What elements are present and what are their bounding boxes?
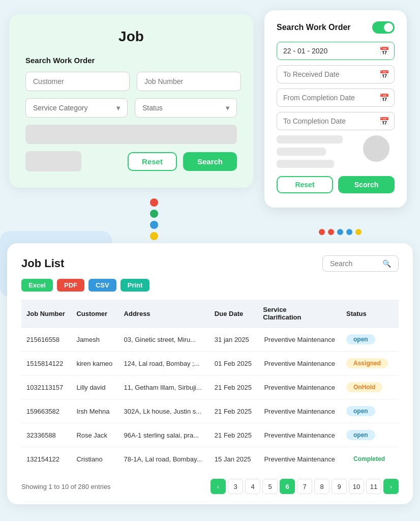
from-date-input[interactable] [277,42,395,60]
page-5-button[interactable]: 5 [262,479,278,494]
job-table-header-row: Job Number Customer Address Due Date Ser… [21,300,399,328]
cell-service: Preventive Maintenance [258,352,341,375]
customer-jobnumber-row [25,72,237,91]
table-row: 1515814122 kiren kameo 124, Lal road, Bo… [21,352,399,375]
status-badge: open [346,430,375,440]
dot-yellow [150,232,158,240]
work-order-toggle[interactable] [372,21,395,34]
page-3-button[interactable]: 3 [228,479,243,494]
pagination-row: Showing 1 to 10 of 280 entries ‹ 3 4 5 6… [21,479,399,494]
from-completion-calendar-icon[interactable]: 📅 [379,93,389,103]
dot-right-blue2 [346,229,352,235]
table-row: 159663582 Irsh Mehna 302A, Lk house, Jus… [21,399,399,423]
to-completion-date-input[interactable] [277,112,395,130]
search-work-order-label: Search Work Order [25,56,237,65]
service-category-wrapper: Service Category ▼ [25,98,128,118]
job-card-btn-row: Reset Search [25,151,237,171]
col-status: Status [341,300,399,328]
cell-due-date: 21 Feb 2025 [209,399,258,423]
service-category-select[interactable]: Service Category [25,98,128,118]
customer-input[interactable] [25,72,130,91]
gray-bar-2 [277,148,326,156]
dot-green [150,210,158,218]
dots-right [319,229,362,235]
cell-address: 11, Getham Illam, Sirbuji... [119,375,209,399]
work-order-search-button[interactable]: Scorch [338,176,395,193]
cell-service: Preventive Maintenance [258,375,341,399]
export-buttons-row: Excel PDF CSV Print [21,279,399,292]
to-received-date-row: 📅 [277,65,395,83]
table-row: 32336588 Rose Jack 96A-1 sterling salai,… [21,423,399,447]
cell-customer: kiren kameo [71,352,118,375]
job-table-head: Job Number Customer Address Due Date Ser… [21,300,399,328]
to-received-date-input[interactable] [277,65,395,83]
dot-blue [150,221,158,229]
cell-address: 96A-1 sterling salai, pra... [119,423,209,447]
page-6-button[interactable]: 6 [280,479,295,494]
job-reset-button[interactable]: Reset [128,152,177,171]
cell-status: open [341,399,399,423]
status-badge: Assigned [346,358,388,368]
dot-right-yellow [355,229,362,235]
to-received-calendar-icon[interactable]: 📅 [379,70,389,79]
cell-address: 302A, Lk house, Justin s... [119,399,209,423]
from-date-row: 📅 [277,42,395,60]
cell-due-date: 21 Feb 2025 [209,375,258,399]
job-list-section: Job List 🔍 Excel PDF CSV Print Job Numbe… [7,243,413,504]
cell-job-number: 32336588 [21,423,71,447]
job-card-title: Job [25,28,237,45]
page-10-button[interactable]: 10 [349,479,364,494]
gray-bars-section [277,135,395,168]
table-row: 1032113157 Lilly david 11, Getham Illam,… [21,375,399,399]
table-row: 132154122 Cristiano 78-1A, Lal road, Bom… [21,447,399,471]
cell-customer: Rose Jack [71,423,118,447]
status-select[interactable]: Status [135,98,237,118]
cell-customer: Jamesh [71,328,118,352]
cell-job-number: 132154122 [21,447,71,471]
dots-left [150,198,158,240]
col-customer: Customer [71,300,118,328]
page-9-button[interactable]: 9 [332,479,347,494]
work-order-title: Search Work Order [277,23,351,32]
to-completion-calendar-icon[interactable]: 📅 [379,117,389,126]
job-search-card: Job Search Work Order Service Category ▼… [9,14,253,188]
job-number-input[interactable] [137,72,241,91]
gray-bar-1 [277,135,343,143]
pagination-info: Showing 1 to 10 of 280 entries [21,483,111,490]
gray-bar-3 [277,160,334,168]
from-completion-date-row: 📅 [277,89,395,107]
cell-status: open [341,423,399,447]
csv-button[interactable]: CSV [88,279,116,292]
dot-right-blue1 [337,229,343,235]
cell-address: 124, Lal road, Bombay ;... [119,352,209,375]
cell-job-number: 1032113157 [21,375,71,399]
page-4-button[interactable]: 4 [245,479,260,494]
work-order-header: Search Work Order [277,21,395,34]
job-list-search-box[interactable]: 🔍 [322,255,399,272]
next-page-button[interactable]: › [383,479,399,494]
job-search-button[interactable]: Search [183,152,237,171]
job-table: Job Number Customer Address Due Date Ser… [21,300,399,471]
to-completion-date-row: 📅 [277,112,395,130]
from-completion-date-input[interactable] [277,89,395,107]
work-order-card: Search Work Order 📅 📅 📅 📅 Reset Scorch [264,10,407,208]
pdf-button[interactable]: PDF [57,279,84,292]
service-status-row: Service Category ▼ Status ▼ [25,98,237,118]
job-list-search-input[interactable] [330,259,378,268]
prev-page-button[interactable]: ‹ [211,479,226,494]
cell-status: Assigned [341,352,399,375]
cell-due-date: 15 Jan 2025 [209,447,258,471]
cell-job-number: 1515814122 [21,352,71,375]
work-order-btn-row: Reset Scorch [277,176,395,193]
cell-address: 78-1A, Lal road, Bombay... [119,447,209,471]
excel-button[interactable]: Excel [21,279,53,292]
date-range-bar [25,125,237,144]
job-list-title: Job List [21,257,64,270]
from-date-calendar-icon[interactable]: 📅 [379,46,389,56]
page-11-button[interactable]: 11 [366,479,381,494]
print-button[interactable]: Print [121,279,150,292]
status-badge: Completed [346,454,392,464]
page-7-button[interactable]: 7 [297,479,312,494]
work-order-reset-button[interactable]: Reset [277,176,333,193]
page-8-button[interactable]: 8 [314,479,329,494]
